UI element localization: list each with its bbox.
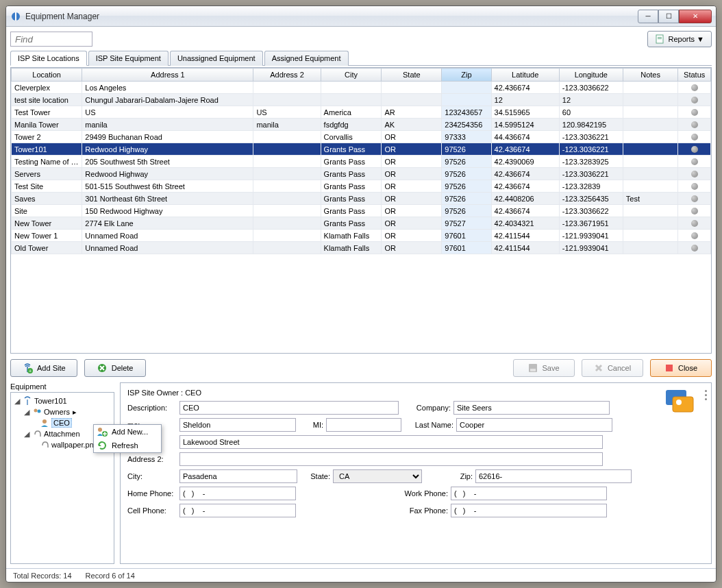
status-indicator <box>691 97 698 103</box>
contact-card-icon[interactable] <box>663 389 695 417</box>
table-row[interactable]: Testing Name of L...205 Southwest 5th St… <box>12 156 711 168</box>
equipment-tree[interactable]: ◢Tower101 ◢Owners▸ CEO ◢Attachmen wallpa… <box>10 392 114 564</box>
more-icon[interactable] <box>705 390 707 400</box>
cell-phone-field[interactable] <box>179 504 296 517</box>
company-field[interactable] <box>453 401 610 415</box>
status-indicator <box>691 220 698 227</box>
status-indicator <box>691 146 698 153</box>
svg-point-12 <box>38 410 41 413</box>
table-row[interactable]: Manila TowermanilamanilafsdgfdgAK2342543… <box>12 119 711 131</box>
status-indicator <box>691 109 698 116</box>
search-input[interactable] <box>10 32 92 47</box>
column-header[interactable]: Address 1 <box>82 69 253 82</box>
delete-icon <box>97 363 108 373</box>
state-select[interactable]: CA <box>333 469 422 483</box>
delete-button[interactable]: Delete <box>84 359 146 377</box>
status-indicator <box>691 84 698 91</box>
svg-rect-9 <box>530 369 536 371</box>
tab-isp-site-locations[interactable]: ISP Site Locations <box>10 51 87 66</box>
context-refresh[interactable]: Refresh <box>94 439 161 452</box>
current-record: Record 6 of 14 <box>86 572 135 580</box>
table-row[interactable]: Site150 Redwood HighwayGrants PassOR9752… <box>12 205 711 217</box>
column-header[interactable]: Zip <box>442 69 491 82</box>
svg-point-13 <box>42 419 47 424</box>
context-add-new[interactable]: Add New... <box>94 425 161 439</box>
table-row[interactable]: ServersRedwood HighwayGrants PassOR97526… <box>12 168 711 180</box>
antenna-icon <box>23 396 32 406</box>
status-indicator <box>691 195 698 202</box>
close-icon <box>664 363 674 373</box>
person-icon <box>40 418 49 428</box>
owner-header: ISP Site Owner : CEO <box>127 389 704 397</box>
locations-grid[interactable]: LocationAddress 1Address 2CityStateZipLa… <box>10 67 712 354</box>
table-row[interactable]: Saves301 Northeast 6th StreetGrants Pass… <box>12 193 711 205</box>
app-icon <box>10 11 21 22</box>
tab-unassigned-equipment[interactable]: Unassigned Equipment <box>170 51 263 66</box>
close-button[interactable]: Close <box>650 359 712 377</box>
table-row[interactable]: Test TowerUSUSAmericaAR12324365734.51596… <box>12 106 711 119</box>
table-row[interactable]: New Tower2774 Elk LaneGrants PassOR97527… <box>12 217 711 230</box>
table-row[interactable]: New Tower 1Unnamed RoadKlamath FallsOR97… <box>12 230 711 242</box>
window-title: Equipment Manager <box>25 12 638 21</box>
maximize-button[interactable]: ☐ <box>658 10 679 23</box>
address2-field[interactable] <box>179 452 603 466</box>
save-icon <box>528 363 538 373</box>
svg-text:+: + <box>29 369 32 373</box>
tab-isp-site-equipment[interactable]: ISP Site Equipment <box>88 51 169 66</box>
svg-rect-4 <box>658 38 662 39</box>
column-header[interactable]: City <box>321 69 382 82</box>
svg-point-16 <box>676 400 682 405</box>
table-row[interactable]: CleverplexLos Angeles42.436674-123.30366… <box>12 82 711 94</box>
reports-button[interactable]: Reports ▼ <box>647 31 712 47</box>
status-indicator <box>691 134 698 140</box>
table-row[interactable]: Old TowerUnnamed RoadKlamath FallsOR9760… <box>12 242 711 254</box>
minimize-button[interactable]: ─ <box>638 10 658 23</box>
address1-field[interactable] <box>179 435 603 449</box>
window-close-button[interactable]: ✕ <box>679 10 712 23</box>
equipment-label: Equipment <box>10 382 114 391</box>
status-indicator <box>691 245 698 252</box>
tab-assigned-equipment[interactable]: Assigned Equipment <box>264 51 349 66</box>
attachment-icon <box>40 440 49 450</box>
table-row[interactable]: Tower101Redwood HighwayGrants PassOR9752… <box>12 143 711 156</box>
owner-form: ISP Site Owner : CEO Description:Company… <box>120 382 712 564</box>
cancel-button[interactable]: Cancel <box>582 359 643 377</box>
save-button[interactable]: Save <box>513 359 575 377</box>
column-header[interactable]: Location <box>12 69 82 82</box>
svg-rect-3 <box>658 37 662 38</box>
description-field[interactable] <box>179 401 399 415</box>
fax-phone-field[interactable] <box>451 504 607 517</box>
add-icon <box>97 426 108 437</box>
antenna-icon: + <box>22 363 33 373</box>
column-header[interactable]: Notes <box>623 69 678 82</box>
reports-label: Reports ▼ <box>669 35 704 43</box>
work-phone-field[interactable] <box>451 487 607 500</box>
svg-rect-15 <box>673 397 693 412</box>
svg-rect-10 <box>666 365 673 371</box>
table-row[interactable]: Test Site501-515 Southwest 6th StreetGra… <box>12 180 711 193</box>
table-row[interactable]: test site location Chungul Jabarari-Daba… <box>12 94 711 106</box>
status-indicator <box>691 232 698 239</box>
svg-rect-1 <box>15 12 16 21</box>
column-header[interactable]: Status <box>678 69 711 82</box>
refresh-icon <box>97 440 108 451</box>
column-header[interactable]: Latitude <box>491 69 559 82</box>
first-name-field[interactable] <box>179 418 296 432</box>
cancel-icon <box>594 363 603 373</box>
people-icon <box>32 407 42 417</box>
column-header[interactable]: Address 2 <box>253 69 321 82</box>
total-records: Total Records: 14 <box>13 572 72 580</box>
status-indicator <box>691 121 698 128</box>
status-indicator <box>691 158 698 165</box>
column-header[interactable]: State <box>382 69 442 82</box>
status-bar: Total Records: 14 Record 6 of 14 <box>6 568 716 582</box>
table-row[interactable]: Tower 229499 Buchanan RoadCorvallisOR973… <box>12 131 711 143</box>
add-site-button[interactable]: + Add Site <box>10 359 77 377</box>
column-header[interactable]: Longitude <box>559 69 623 82</box>
city-field[interactable] <box>179 469 297 483</box>
home-phone-field[interactable] <box>179 487 296 500</box>
mi-field[interactable] <box>326 418 401 432</box>
last-name-field[interactable] <box>456 418 612 432</box>
report-icon <box>655 34 664 44</box>
zip-field[interactable] <box>475 469 632 483</box>
